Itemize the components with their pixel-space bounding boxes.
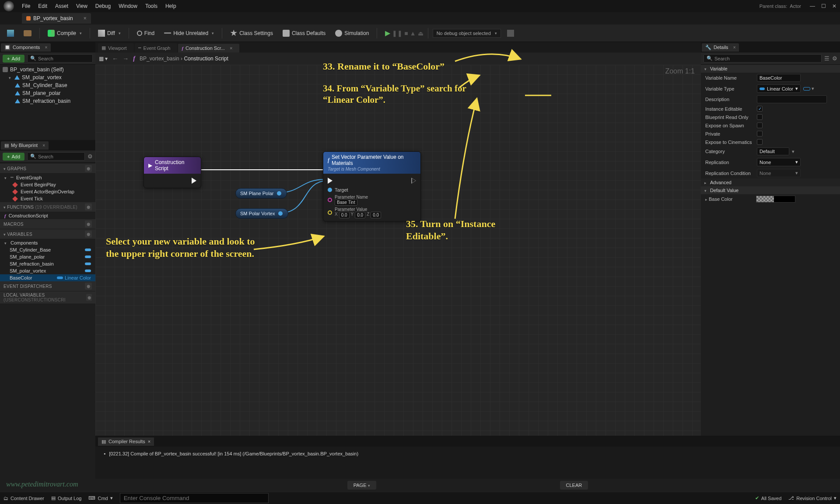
content-drawer-button[interactable]: 🗂Content Drawer	[4, 496, 44, 501]
add-function-button[interactable]: ⊕	[85, 203, 92, 210]
advanced-header[interactable]: Advanced	[701, 178, 840, 186]
x-input[interactable]: 0.0	[339, 212, 350, 218]
page-button[interactable]: PAGE	[347, 481, 376, 490]
readonly-checkbox[interactable]	[757, 114, 763, 120]
variables-category-header[interactable]: VARIABLES⊕	[0, 229, 95, 239]
compiler-tab[interactable]: ▤Compiler Results×	[98, 438, 154, 446]
eject-button[interactable]: ⏏	[418, 30, 424, 37]
variable-row[interactable]: SM_Cylinder_Base	[0, 246, 95, 253]
node-set-vector-param[interactable]: fSet Vector Parameter Value on Materials…	[323, 151, 421, 221]
menu-debug[interactable]: Debug	[95, 3, 111, 9]
myblueprint-search-input[interactable]: 🔍Search	[27, 152, 85, 161]
add-dispatcher-button[interactable]: ⊕	[85, 283, 92, 290]
container-type-icon[interactable]	[803, 87, 810, 91]
variable-row[interactable]: SM_plane_polar	[0, 253, 95, 260]
component-row[interactable]: SM_polar_vortex	[0, 74, 95, 81]
node-construction-script[interactable]: ▶Construction Script	[144, 157, 201, 188]
asset-tab[interactable]: BP_vortex_basin ×	[22, 13, 91, 24]
menu-file[interactable]: File	[22, 3, 30, 9]
exec-out-pin[interactable]	[411, 178, 416, 184]
variable-node-plane[interactable]: SM Plane Polar	[235, 188, 287, 199]
add-blueprint-item-button[interactable]: + Add	[3, 153, 24, 161]
eventgraph-row[interactable]: ┅EventGraph	[0, 174, 95, 181]
close-icon[interactable]: ×	[84, 15, 87, 21]
variable-node-vortex[interactable]: SM Polar Vortex	[235, 208, 288, 219]
class-settings-button[interactable]: Class Settings	[227, 28, 276, 38]
window-minimize-icon[interactable]: —	[810, 3, 815, 9]
close-icon[interactable]: ×	[733, 45, 736, 50]
exec-in-pin[interactable]	[328, 178, 332, 184]
details-tab[interactable]: 🔧Details×	[702, 43, 739, 52]
color-picker[interactable]	[756, 196, 795, 203]
tab-event-graph[interactable]: ┅Event Graph	[135, 43, 178, 52]
save-button[interactable]	[4, 28, 18, 38]
component-row-self[interactable]: BP_vortex_basin (Self)	[0, 66, 95, 74]
z-input[interactable]: 0.0	[371, 212, 381, 218]
window-close-icon[interactable]: ✕	[832, 3, 836, 9]
chevron-down-icon[interactable]: ▾	[792, 149, 794, 154]
target-pin[interactable]	[328, 188, 332, 192]
expand-icon[interactable]	[4, 240, 8, 245]
output-pin[interactable]	[277, 191, 281, 196]
class-defaults-button[interactable]: Class Defaults	[279, 28, 329, 38]
graph-canvas[interactable]: Zoom 1:1 BLUEPRINT ▶Construction Script …	[95, 65, 701, 492]
component-row[interactable]: SM_Cylinder_Base	[0, 81, 95, 89]
variable-row[interactable]: SM_refraction_basin	[0, 260, 95, 267]
components-tab[interactable]: 🔲Components×	[1, 43, 51, 52]
output-pin[interactable]	[278, 211, 283, 216]
console-input[interactable]	[120, 493, 269, 503]
stop-button[interactable]: ■	[404, 30, 408, 37]
expand-icon[interactable]	[4, 175, 8, 180]
expand-icon[interactable]	[9, 74, 12, 80]
gear-icon[interactable]: ⚙	[88, 153, 93, 160]
simulation-button[interactable]: Simulation	[332, 28, 372, 38]
menu-asset[interactable]: Asset	[55, 3, 68, 9]
variable-type-selector[interactable]: Linear Color▾	[757, 84, 801, 93]
debug-object-selector[interactable]: No debug object selected	[433, 29, 501, 38]
menu-window[interactable]: Window	[119, 3, 137, 9]
parent-class-link[interactable]: Actor	[790, 4, 801, 9]
component-row[interactable]: SM_plane_polar	[0, 89, 95, 97]
variable-row[interactable]: SM_polar_vortex	[0, 267, 95, 274]
param-name-input[interactable]: Base Tint	[335, 199, 357, 206]
hide-unrelated-button[interactable]: Hide Unrelated	[161, 28, 217, 38]
all-saved-indicator[interactable]: ✔All Saved	[755, 495, 781, 501]
tab-viewport[interactable]: ▦Viewport	[98, 43, 134, 52]
components-subcategory[interactable]: Components	[0, 239, 95, 246]
param-name-pin[interactable]	[328, 198, 332, 202]
functions-category-header[interactable]: FUNCTIONS (19 OVERRIDABLE)⊕	[0, 202, 95, 212]
variable-name-input[interactable]	[757, 74, 801, 82]
replication-selector[interactable]: None▾	[757, 158, 801, 166]
close-icon[interactable]: ×	[45, 45, 47, 50]
category-selector[interactable]: Default	[757, 147, 789, 155]
expand-icon[interactable]	[705, 196, 709, 202]
variable-category-header[interactable]: Variable	[701, 65, 840, 73]
menu-tools[interactable]: Tools	[145, 3, 158, 9]
localvars-category-header[interactable]: LOCAL VARIABLES (USERCONSTRUCTIONSCRI⊕	[0, 291, 95, 304]
dispatchers-category-header[interactable]: EVENT DISPATCHERS⊕	[0, 281, 95, 291]
add-component-button[interactable]: + Add	[3, 55, 24, 63]
filter-icon[interactable]: ☰	[824, 55, 830, 62]
myblueprint-tab[interactable]: ▤My Blueprint×	[1, 141, 49, 150]
variable-row-selected[interactable]: BaseColorLinear Color	[0, 274, 95, 281]
expose-spawn-checkbox[interactable]	[757, 122, 763, 128]
close-icon[interactable]: ×	[42, 143, 45, 148]
component-row[interactable]: SM_refraction_basin	[0, 97, 95, 105]
add-graph-button[interactable]: ⊕	[85, 165, 92, 172]
window-maximize-icon[interactable]: ☐	[821, 3, 826, 9]
add-localvar-button[interactable]: ⊕	[86, 294, 92, 301]
diff-button[interactable]: Diff	[94, 28, 124, 38]
add-variable-button[interactable]: ⊕	[85, 231, 92, 238]
browse-button[interactable]	[20, 28, 35, 38]
y-input[interactable]: 0.0	[355, 212, 365, 218]
macros-category-header[interactable]: MACROS⊕	[0, 219, 95, 229]
menu-help[interactable]: Help	[165, 3, 176, 9]
param-value-pin[interactable]	[328, 210, 332, 215]
components-search-input[interactable]: 🔍Search	[27, 54, 93, 63]
tab-construction-script[interactable]: fConstruction Scr...×	[178, 44, 239, 52]
function-row[interactable]: fConstructionScript	[0, 212, 95, 219]
event-row[interactable]: Event ActorBeginOverlap	[0, 188, 95, 195]
graphs-categoryплати-header[interactable]: GRAPHS⊕	[0, 164, 95, 174]
exec-out-pin[interactable]	[192, 178, 196, 184]
step-button[interactable]: ▲	[410, 30, 416, 37]
